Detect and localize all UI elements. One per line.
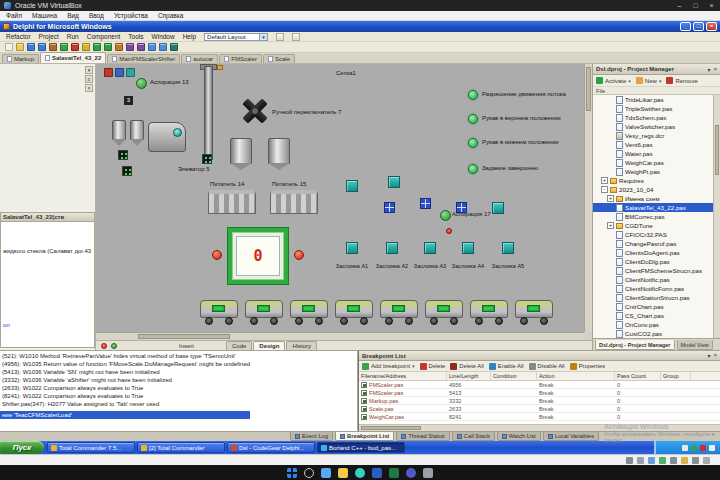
- ide-menu-help[interactable]: Help: [183, 33, 196, 40]
- ide-menu-refactor[interactable]: Refactor: [6, 33, 31, 40]
- weigh-car-4[interactable]: [335, 300, 373, 326]
- weigh-car-5[interactable]: [380, 300, 418, 326]
- view-tab-design[interactable]: Design: [253, 341, 285, 350]
- bp-column-line-length[interactable]: Line/Length: [447, 372, 491, 380]
- bp-column-group[interactable]: Group: [661, 372, 691, 380]
- pm-new-button[interactable]: New▾: [636, 77, 662, 84]
- view-tab-history[interactable]: History: [286, 341, 317, 350]
- tree-item-custco2-pas[interactable]: CustCO2.pas: [593, 329, 713, 338]
- gate-valve-icon[interactable]: [346, 242, 358, 254]
- view-units-icon-button[interactable]: [148, 43, 156, 51]
- bp-column-action[interactable]: Action: [537, 372, 615, 380]
- dock-tab-event-log[interactable]: Event Log: [290, 432, 333, 441]
- gate-valve-icon[interactable]: [386, 242, 398, 254]
- file-column-header[interactable]: File: [593, 87, 720, 95]
- vbox-menu-вид[interactable]: Вид: [67, 12, 79, 19]
- tree-item-cntrchart-pas[interactable]: CntrChart.pas: [593, 302, 713, 311]
- bp-column-pass-count[interactable]: Pass Count: [615, 372, 661, 380]
- breakpoint-row[interactable]: FMScaler.pas5413Break0: [359, 389, 720, 397]
- ide-menu-tools[interactable]: Tools: [128, 33, 143, 40]
- tree-item-requires[interactable]: +Requires: [593, 176, 713, 185]
- file-explorer-icon[interactable]: [338, 468, 348, 478]
- weigh-car-8[interactable]: [515, 300, 553, 326]
- project-manager-header[interactable]: Dsl.dproj - Project Manager ▾ ×: [593, 64, 720, 75]
- vbox-menu-машина[interactable]: Машина: [32, 12, 57, 19]
- weigh-car-7[interactable]: [470, 300, 508, 326]
- tree-item-clientstationstrucn-pas[interactable]: ClientStationStrucn.pas: [593, 293, 713, 302]
- language-tray-icon[interactable]: [709, 445, 715, 451]
- knob-button[interactable]: [294, 250, 304, 260]
- tree-item-valveswitcher-pas[interactable]: ValveSwitcher.pas: [593, 122, 713, 131]
- pm-tab-model-view[interactable]: Model View: [677, 340, 713, 350]
- guest-maximize-button[interactable]: □: [693, 22, 704, 31]
- bp-enable-all-button[interactable]: Enable All: [489, 363, 524, 370]
- panel-menu-icon[interactable]: ▾: [707, 66, 710, 73]
- open-project-icon-button[interactable]: [49, 43, 57, 51]
- taskbar-button-dsl-codegear-delphi[interactable]: Dsl - CodeGear Delphi...: [227, 442, 315, 453]
- tree-item-clientfmschemestrucn-pas[interactable]: ClientFMSchemeStrucn.pas: [593, 266, 713, 275]
- tree-item-clientnotific-pas[interactable]: ClientNotific.pas: [593, 275, 713, 284]
- dock-menu-button[interactable]: ≡: [85, 75, 93, 83]
- gate-valve-icon[interactable]: [502, 242, 514, 254]
- bp-add-breakpoint-button[interactable]: Add breakpoint▾: [362, 363, 415, 370]
- run-parameters-icon-button[interactable]: [104, 43, 112, 51]
- pm-tab-dsl-dproj-project-manager[interactable]: Dsl.dproj - Project Manager: [595, 340, 675, 350]
- panel-menu-icon[interactable]: ▾: [707, 352, 710, 359]
- windows-start-icon[interactable]: [287, 468, 297, 478]
- dock-tab-thread-status[interactable]: Thread Status: [396, 432, 449, 441]
- tree-item-clientnotificform-pas[interactable]: ClientNotificForm.pas: [593, 284, 713, 293]
- taskbar-button-borland-c-bud-pas[interactable]: Borland C++ - bud_pas...: [317, 442, 405, 453]
- task-view-icon[interactable]: [321, 468, 331, 478]
- taskbar-button-total-commander-7-5[interactable]: Total Commander 7.5...: [47, 442, 135, 453]
- tree-item-onconv-pas[interactable]: OnConv.pas: [593, 320, 713, 329]
- dock-close-button[interactable]: ×: [85, 84, 93, 92]
- toggle-form-unit-icon-button[interactable]: [170, 43, 178, 51]
- aspiration-fan-icon[interactable]: [440, 210, 451, 221]
- close-button[interactable]: ×: [707, 2, 716, 9]
- breakpoint-row[interactable]: FMScaler.pas4956Break0: [359, 381, 720, 389]
- tank-medium[interactable]: [268, 138, 290, 164]
- save-all-icon-button[interactable]: [38, 43, 46, 51]
- feeder-hopper[interactable]: [270, 190, 318, 214]
- editor-tab-autocar[interactable]: autocar: [181, 54, 218, 63]
- vbox-menu-файл[interactable]: Файл: [6, 12, 22, 19]
- vbox-menu-справка[interactable]: Справка: [158, 12, 184, 19]
- weigh-car-2[interactable]: [245, 300, 283, 326]
- breakpoint-row[interactable]: WeighCar.pas8241Break0: [359, 413, 720, 421]
- guest-window-titlebar[interactable]: Delphi for Microsoft Windows _ □ ×: [0, 21, 720, 32]
- breakpoint-enabled-checkbox[interactable]: [361, 382, 367, 388]
- run-icon-button[interactable]: [93, 43, 101, 51]
- pause-icon-button[interactable]: [115, 43, 123, 51]
- word-icon[interactable]: [372, 468, 382, 478]
- new-icon-button[interactable]: [5, 43, 13, 51]
- dock-tab-watch-list[interactable]: Watch List: [497, 432, 541, 441]
- maximize-button[interactable]: □: [691, 2, 700, 9]
- tree-item-salavattel-43-22-pas[interactable]: SalavatTel_43_22.pas: [593, 203, 713, 212]
- breakpoint-row[interactable]: Scale.pas2633Break0: [359, 405, 720, 413]
- designer-horizontal-scrollbar[interactable]: [96, 332, 584, 340]
- tank-medium[interactable]: [230, 138, 252, 164]
- message-line[interactable]: (4956): W1035 Return value of function '…: [0, 360, 357, 368]
- view-forms-icon-button[interactable]: [159, 43, 167, 51]
- guest-minimize-button[interactable]: _: [680, 22, 691, 31]
- expand-toggle-icon[interactable]: -: [601, 186, 608, 193]
- tree-item-tridelikar-pas[interactable]: TrideLikar.pas: [593, 95, 713, 104]
- bp-properties-button[interactable]: Properties: [570, 363, 605, 370]
- message-line[interactable]: ние 'TeacCFMScalerLoad': [0, 411, 250, 419]
- bp-delete-all-button[interactable]: Delete All: [450, 363, 484, 370]
- gate-valve-icon[interactable]: [424, 242, 436, 254]
- scrollbar-thumb[interactable]: [361, 426, 421, 430]
- dock-tab-breakpoint-list[interactable]: Breakpoint List: [335, 432, 394, 441]
- tree-item-vesy-regs-dcr[interactable]: Vesy_regs.dcr: [593, 131, 713, 140]
- tree-item-2023-10-04[interactable]: -2023_10_04: [593, 185, 713, 194]
- vbox-menu-ввод[interactable]: Ввод: [89, 12, 104, 19]
- remove-file-icon-button[interactable]: [71, 43, 79, 51]
- left-panel-link[interactable]: ол: [3, 322, 10, 328]
- ide-menu-window[interactable]: Window: [152, 33, 175, 40]
- editor-tab-markup[interactable]: Markup: [2, 54, 39, 63]
- save-icon-button[interactable]: [27, 43, 35, 51]
- tank-small[interactable]: [112, 120, 126, 140]
- editor-tab-fmscaler[interactable]: FMScaler: [219, 54, 262, 63]
- editor-tab-salavattel-43-22[interactable]: SalavatTel_43_22: [40, 52, 106, 63]
- elevator-tower[interactable]: [204, 66, 213, 160]
